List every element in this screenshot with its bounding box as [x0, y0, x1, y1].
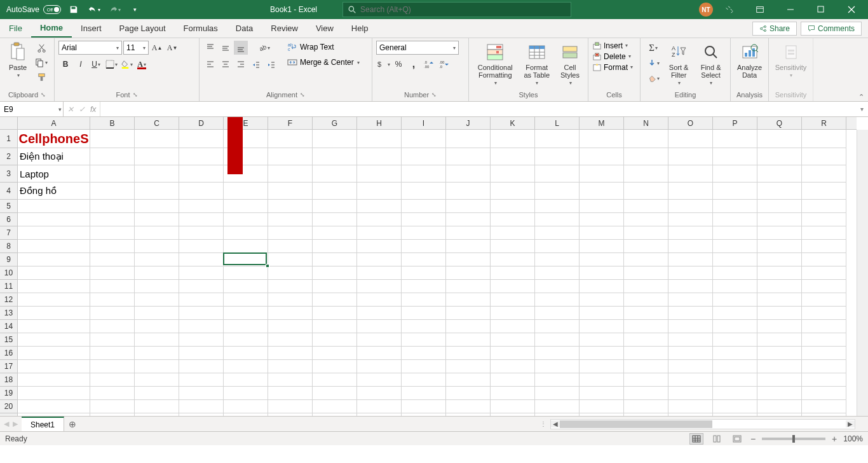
cell-F9[interactable]: [268, 253, 313, 266]
cell-Q13[interactable]: [757, 307, 802, 320]
fx-icon[interactable]: fx: [90, 105, 96, 114]
cell-R9[interactable]: [802, 253, 846, 266]
cell-R8[interactable]: [802, 240, 846, 253]
cell-D3[interactable]: [179, 165, 224, 183]
cell-J8[interactable]: [446, 240, 491, 253]
cell-R5[interactable]: [802, 200, 846, 213]
cell-L5[interactable]: [535, 200, 580, 213]
tab-file[interactable]: File: [0, 19, 31, 38]
cell-A19[interactable]: [18, 387, 90, 400]
cell-O18[interactable]: [668, 373, 713, 387]
cell-N2[interactable]: [624, 148, 668, 165]
cell-K16[interactable]: [491, 347, 535, 360]
cell-R17[interactable]: [802, 360, 846, 373]
cell-G1[interactable]: [313, 130, 357, 148]
cell-M12[interactable]: [580, 293, 624, 307]
cell-P4[interactable]: [713, 183, 757, 200]
cell-B14[interactable]: [90, 320, 135, 333]
cell-J15[interactable]: [446, 333, 491, 347]
collapse-ribbon-icon[interactable]: ⌃: [858, 93, 864, 101]
cell-G15[interactable]: [313, 333, 357, 347]
cell-L21[interactable]: [535, 413, 580, 416]
cell-N4[interactable]: [624, 183, 668, 200]
cell-K15[interactable]: [491, 333, 535, 347]
cell-D2[interactable]: [179, 148, 224, 165]
tab-review[interactable]: Review: [262, 19, 307, 38]
zoom-slider[interactable]: [762, 438, 825, 440]
cell-O8[interactable]: [668, 240, 713, 253]
cell-I15[interactable]: [402, 333, 446, 347]
cell-O5[interactable]: [668, 200, 713, 213]
cell-H16[interactable]: [357, 347, 402, 360]
row-header-3[interactable]: 3: [0, 165, 17, 183]
cell-K4[interactable]: [491, 183, 535, 200]
cell-R10[interactable]: [802, 266, 846, 280]
cell-P10[interactable]: [713, 266, 757, 280]
cell-L10[interactable]: [535, 266, 580, 280]
tab-home[interactable]: Home: [31, 19, 72, 38]
cell-M14[interactable]: [580, 320, 624, 333]
cell-H8[interactable]: [357, 240, 402, 253]
cell-D1[interactable]: [179, 130, 224, 148]
cell-I18[interactable]: [402, 373, 446, 387]
cell-L11[interactable]: [535, 280, 580, 293]
cell-B10[interactable]: [90, 266, 135, 280]
cell-I7[interactable]: [402, 226, 446, 240]
cell-J20[interactable]: [446, 400, 491, 413]
cell-Q15[interactable]: [757, 333, 802, 347]
cell-B16[interactable]: [90, 347, 135, 360]
cell-B5[interactable]: [90, 200, 135, 213]
cell-A13[interactable]: [18, 307, 90, 320]
cell-P12[interactable]: [713, 293, 757, 307]
zoom-in-button[interactable]: +: [832, 434, 837, 444]
cell-R4[interactable]: [802, 183, 846, 200]
row-header-8[interactable]: 8: [0, 240, 17, 253]
cell-L9[interactable]: [535, 253, 580, 266]
cell-K12[interactable]: [491, 293, 535, 307]
decrease-decimal-icon[interactable]: .00.0: [437, 57, 451, 71]
cell-G7[interactable]: [313, 226, 357, 240]
fill-handle[interactable]: [266, 264, 269, 268]
cell-C12[interactable]: [135, 293, 179, 307]
cell-H14[interactable]: [357, 320, 402, 333]
cell-J17[interactable]: [446, 360, 491, 373]
cell-J10[interactable]: [446, 266, 491, 280]
col-header-L[interactable]: L: [535, 117, 580, 129]
cell-M3[interactable]: [580, 165, 624, 183]
accounting-format-icon[interactable]: $▾: [376, 57, 390, 71]
cell-G5[interactable]: [313, 200, 357, 213]
cell-L20[interactable]: [535, 400, 580, 413]
cell-I16[interactable]: [402, 347, 446, 360]
clipboard-launcher[interactable]: ⤡: [41, 92, 46, 98]
cell-R15[interactable]: [802, 333, 846, 347]
cell-O9[interactable]: [668, 253, 713, 266]
cell-K3[interactable]: [491, 165, 535, 183]
cell-I14[interactable]: [402, 320, 446, 333]
cell-D8[interactable]: [179, 240, 224, 253]
sheet-nav-prev-icon[interactable]: ◀: [4, 420, 9, 428]
cell-N6[interactable]: [624, 213, 668, 226]
cell-P8[interactable]: [713, 240, 757, 253]
cell-M1[interactable]: [580, 130, 624, 148]
cell-I2[interactable]: [402, 148, 446, 165]
cell-I3[interactable]: [402, 165, 446, 183]
select-all-corner[interactable]: [0, 117, 18, 130]
col-header-J[interactable]: J: [446, 117, 491, 129]
cell-K1[interactable]: [491, 130, 535, 148]
cell-F11[interactable]: [268, 280, 313, 293]
cell-Q3[interactable]: [757, 165, 802, 183]
cell-K7[interactable]: [491, 226, 535, 240]
cell-N10[interactable]: [624, 266, 668, 280]
cell-I6[interactable]: [402, 213, 446, 226]
cell-K6[interactable]: [491, 213, 535, 226]
cell-J14[interactable]: [446, 320, 491, 333]
zoom-slider-thumb[interactable]: [792, 435, 795, 443]
cell-H12[interactable]: [357, 293, 402, 307]
minimize-icon[interactable]: [776, 0, 804, 19]
decrease-indent-icon[interactable]: [249, 57, 263, 71]
merge-center-button[interactable]: Merge & Center▾: [285, 56, 362, 69]
cell-E19[interactable]: [224, 387, 268, 400]
cell-A15[interactable]: [18, 333, 90, 347]
cell-P16[interactable]: [713, 347, 757, 360]
align-bottom-icon[interactable]: [234, 41, 248, 55]
